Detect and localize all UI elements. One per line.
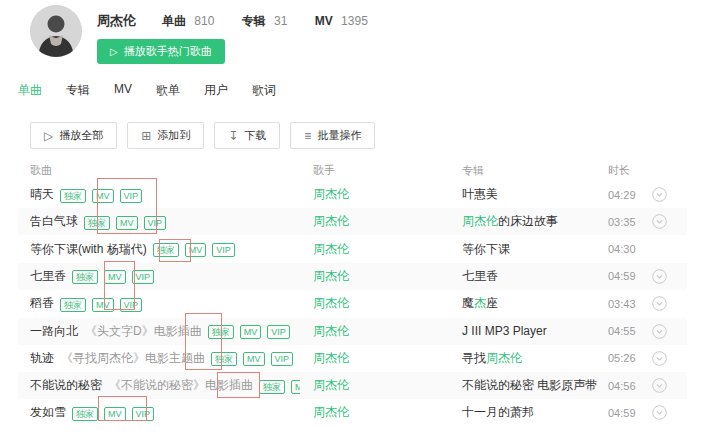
more-button[interactable]: [652, 378, 667, 393]
tab-MV[interactable]: MV: [114, 82, 132, 103]
song-title[interactable]: 等你下课(with 杨瑞代): [30, 241, 147, 258]
song-row[interactable]: 等你下课(with 杨瑞代) 独家MVVIP 周杰伦 等你下课 04:30: [18, 236, 687, 263]
album-link[interactable]: 等你下课: [462, 241, 510, 258]
column-header-duration: 时长: [608, 163, 630, 178]
song-row[interactable]: 七里香 独家MVVIP 周杰伦 七里香 04:59: [18, 263, 687, 290]
singer-link[interactable]: 周杰伦: [313, 268, 349, 285]
song-cell: 告白气球 独家MVVIP: [30, 208, 166, 235]
column-header-album: 专辑: [462, 163, 484, 178]
duration: 05:26: [608, 352, 636, 364]
column-header-singer: 歌手: [313, 163, 335, 178]
tab-专辑[interactable]: 专辑: [66, 82, 90, 103]
song-row[interactable]: 轨迹 《寻找周杰伦》电影主题曲 独家MVVIP 周杰伦 寻找周杰伦 05:26: [18, 345, 687, 372]
song-row[interactable]: 不能说的秘密 《不能说的秘密》电影插曲 独家MVVIP 周杰伦 不能说的秘密 电…: [18, 372, 687, 399]
album-link[interactable]: 叶惠美: [462, 186, 498, 203]
singer-link[interactable]: 周杰伦: [313, 295, 349, 312]
song-tag-badge: VIP: [132, 407, 155, 421]
play-hot-songs-label: 播放歌手热门歌曲: [124, 44, 212, 59]
download-icon: ↧: [228, 130, 238, 142]
album-link[interactable]: 不能说的秘密 电影原声带: [462, 377, 597, 394]
album-link[interactable]: 周杰伦的床边故事: [462, 213, 558, 230]
artist-stat: 专辑 31: [242, 14, 291, 28]
tab-歌单[interactable]: 歌单: [156, 82, 180, 103]
song-tag-badge: 独家: [84, 216, 110, 230]
song-title[interactable]: 轨迹: [30, 350, 54, 367]
album-link[interactable]: 十一月的萧邦: [462, 404, 534, 421]
song-tag-badge: MV: [240, 325, 262, 339]
toolbar-button-label: 批量操作: [317, 128, 361, 143]
more-button[interactable]: [652, 296, 667, 311]
song-title[interactable]: 一路向北: [30, 323, 78, 340]
song-cell: 等你下课(with 杨瑞代) 独家MVVIP: [30, 236, 235, 263]
play-icon: ▷: [44, 130, 53, 142]
song-tags: 独家MVVIP: [202, 322, 290, 340]
song-tag-badge: MV: [116, 216, 138, 230]
tab-歌词[interactable]: 歌词: [252, 82, 276, 103]
more-button[interactable]: [652, 351, 667, 366]
song-tag-badge: 独家: [60, 189, 86, 203]
duration: 04:59: [608, 270, 636, 282]
song-title[interactable]: 七里香: [30, 268, 66, 285]
song-title[interactable]: 晴天: [30, 186, 54, 203]
chevron-down-circle-icon: [652, 214, 667, 229]
album-text-segment: 不能说的秘密 电影原声带: [462, 378, 597, 392]
chevron-down-circle-icon: [652, 296, 667, 311]
song-row[interactable]: 一路向北 《头文字D》电影插曲 独家MVVIP 周杰伦 J III MP3 Pl…: [18, 318, 687, 345]
chevron-down-circle-icon: [652, 324, 667, 339]
tab-单曲[interactable]: 单曲: [18, 82, 42, 103]
song-tag-badge: MV: [291, 380, 300, 394]
toolbar-button[interactable]: ≡ 批量操作: [290, 122, 375, 149]
album-text-segment: 叶惠美: [462, 187, 498, 201]
singer-link[interactable]: 周杰伦: [313, 186, 349, 203]
song-row[interactable]: 发如雪 独家MVVIP 周杰伦 十一月的萧邦 04:59: [18, 399, 687, 426]
album-link[interactable]: 七里香: [462, 268, 498, 285]
song-title[interactable]: 告白气球: [30, 213, 78, 230]
singer-link[interactable]: 周杰伦: [313, 241, 349, 258]
song-tag-badge: VIP: [144, 216, 167, 230]
stat-value: 810: [194, 14, 214, 28]
toolbar-button[interactable]: ▷ 播放全部: [30, 122, 117, 149]
song-tags: 独家MVVIP: [205, 349, 293, 367]
album-link[interactable]: 魔杰座: [462, 295, 498, 312]
song-row[interactable]: 告白气球 独家MVVIP 周杰伦 周杰伦的床边故事 03:35: [18, 208, 687, 235]
song-tags: 独家MVVIP: [54, 295, 142, 313]
play-icon: ▷: [110, 47, 118, 57]
singer-link[interactable]: 周杰伦: [313, 404, 349, 421]
search-result-tabs: 单曲专辑MV歌单用户歌词: [18, 82, 300, 103]
song-cell: 不能说的秘密 《不能说的秘密》电影插曲 独家MVVIP: [30, 372, 300, 399]
song-cell: 稻香 独家MVVIP: [30, 290, 142, 317]
more-button[interactable]: [652, 214, 667, 229]
artist-info: 周杰伦 单曲 810 专辑 31 MV 1395 ▷ 播放歌手热门歌曲: [97, 11, 392, 64]
chevron-down-circle-icon: [652, 351, 667, 366]
toolbar-button[interactable]: ↧ 下载: [214, 122, 280, 149]
song-tag-badge: VIP: [267, 325, 290, 339]
more-button[interactable]: [652, 187, 667, 202]
song-title[interactable]: 稻香: [30, 295, 54, 312]
album-link[interactable]: J III MP3 Player: [462, 324, 547, 338]
artist-name: 周杰伦: [97, 12, 136, 30]
duration: 04:30: [608, 243, 636, 255]
play-hot-songs-button[interactable]: ▷ 播放歌手热门歌曲: [97, 39, 225, 64]
album-text-segment: 周杰伦: [486, 351, 522, 365]
album-text-segment: 的床边故事: [498, 214, 558, 228]
song-row[interactable]: 稻香 独家MVVIP 周杰伦 魔杰座 03:43: [18, 290, 687, 317]
more-button[interactable]: [652, 324, 667, 339]
singer-link[interactable]: 周杰伦: [313, 377, 349, 394]
song-tags: 独家MVVIP: [78, 213, 166, 231]
singer-link[interactable]: 周杰伦: [313, 213, 349, 230]
song-row[interactable]: 晴天 独家MVVIP 周杰伦 叶惠美 04:29: [18, 181, 687, 208]
song-title[interactable]: 不能说的秘密: [30, 377, 102, 394]
song-tag-badge: 独家: [72, 407, 98, 421]
more-button[interactable]: [652, 405, 667, 420]
song-tag-badge: 独家: [72, 270, 98, 284]
duration: 04:29: [608, 189, 636, 201]
singer-link[interactable]: 周杰伦: [313, 323, 349, 340]
toolbar-button[interactable]: ⊞ 添加到: [127, 122, 204, 149]
song-title[interactable]: 发如雪: [30, 404, 66, 421]
tab-用户[interactable]: 用户: [204, 82, 228, 103]
more-button[interactable]: [652, 269, 667, 284]
album-link[interactable]: 寻找周杰伦: [462, 350, 522, 367]
batch-operation-icon: ≡: [304, 130, 311, 142]
singer-link[interactable]: 周杰伦: [313, 350, 349, 367]
artist-avatar[interactable]: [30, 5, 82, 57]
